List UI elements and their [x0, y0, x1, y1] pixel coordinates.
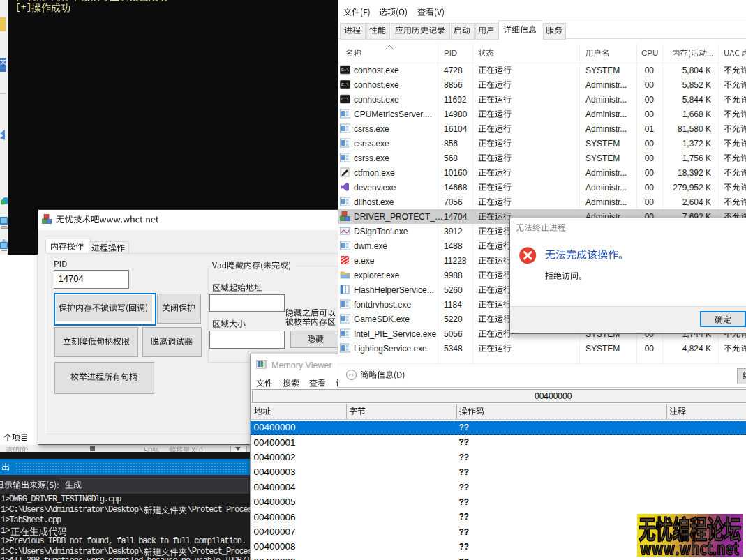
svg-text:C:\: C:\: [341, 68, 349, 73]
svg-text:C:\: C:\: [341, 82, 349, 87]
svg-text:C:\: C:\: [341, 97, 349, 102]
